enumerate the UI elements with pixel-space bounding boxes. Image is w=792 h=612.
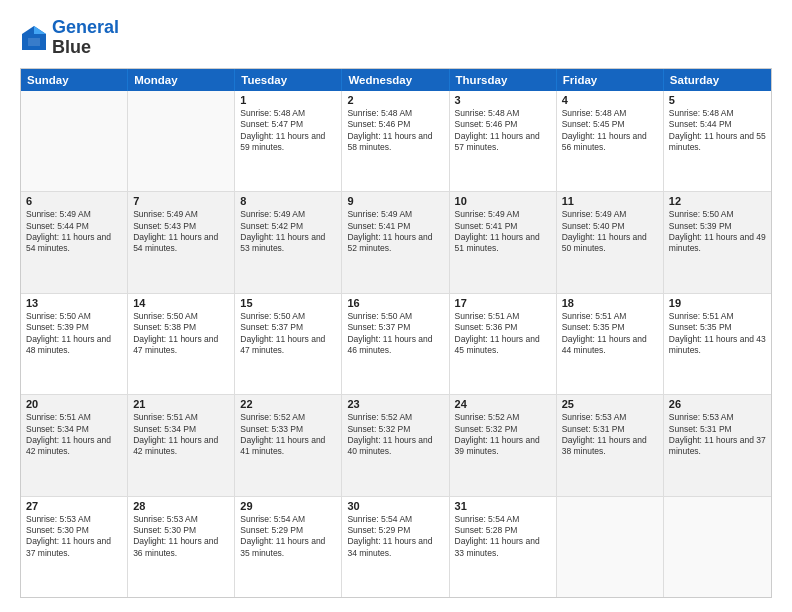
day-info: Sunrise: 5:49 AM Sunset: 5:41 PM Dayligh… [347,209,443,255]
day-info: Sunrise: 5:50 AM Sunset: 5:39 PM Dayligh… [669,209,766,255]
day-info: Sunrise: 5:51 AM Sunset: 5:35 PM Dayligh… [562,311,658,357]
day-number: 3 [455,94,551,106]
svg-marker-1 [34,26,46,34]
day-cell-13: 13Sunrise: 5:50 AM Sunset: 5:39 PM Dayli… [21,294,128,394]
day-number: 28 [133,500,229,512]
header-day-friday: Friday [557,69,664,91]
day-cell-7: 7Sunrise: 5:49 AM Sunset: 5:43 PM Daylig… [128,192,235,292]
calendar-row-4: 27Sunrise: 5:53 AM Sunset: 5:30 PM Dayli… [21,496,771,597]
empty-cell [557,497,664,597]
day-number: 21 [133,398,229,410]
calendar: SundayMondayTuesdayWednesdayThursdayFrid… [20,68,772,598]
day-cell-11: 11Sunrise: 5:49 AM Sunset: 5:40 PM Dayli… [557,192,664,292]
empty-cell [21,91,128,191]
day-number: 11 [562,195,658,207]
day-number: 6 [26,195,122,207]
day-info: Sunrise: 5:53 AM Sunset: 5:30 PM Dayligh… [26,514,122,560]
day-cell-22: 22Sunrise: 5:52 AM Sunset: 5:33 PM Dayli… [235,395,342,495]
day-info: Sunrise: 5:51 AM Sunset: 5:35 PM Dayligh… [669,311,766,357]
day-cell-12: 12Sunrise: 5:50 AM Sunset: 5:39 PM Dayli… [664,192,771,292]
day-info: Sunrise: 5:52 AM Sunset: 5:32 PM Dayligh… [455,412,551,458]
day-cell-31: 31Sunrise: 5:54 AM Sunset: 5:28 PM Dayli… [450,497,557,597]
day-cell-5: 5Sunrise: 5:48 AM Sunset: 5:44 PM Daylig… [664,91,771,191]
header-day-wednesday: Wednesday [342,69,449,91]
day-number: 8 [240,195,336,207]
logo: General Blue [20,18,119,58]
day-number: 26 [669,398,766,410]
empty-cell [664,497,771,597]
day-info: Sunrise: 5:49 AM Sunset: 5:43 PM Dayligh… [133,209,229,255]
day-number: 15 [240,297,336,309]
day-cell-8: 8Sunrise: 5:49 AM Sunset: 5:42 PM Daylig… [235,192,342,292]
day-info: Sunrise: 5:52 AM Sunset: 5:33 PM Dayligh… [240,412,336,458]
day-number: 29 [240,500,336,512]
day-cell-9: 9Sunrise: 5:49 AM Sunset: 5:41 PM Daylig… [342,192,449,292]
day-number: 22 [240,398,336,410]
day-cell-27: 27Sunrise: 5:53 AM Sunset: 5:30 PM Dayli… [21,497,128,597]
svg-rect-2 [28,38,40,46]
day-cell-18: 18Sunrise: 5:51 AM Sunset: 5:35 PM Dayli… [557,294,664,394]
logo-line2: Blue [52,38,119,58]
day-number: 19 [669,297,766,309]
day-info: Sunrise: 5:48 AM Sunset: 5:46 PM Dayligh… [455,108,551,154]
header-day-monday: Monday [128,69,235,91]
day-number: 23 [347,398,443,410]
day-number: 4 [562,94,658,106]
day-info: Sunrise: 5:49 AM Sunset: 5:44 PM Dayligh… [26,209,122,255]
day-info: Sunrise: 5:50 AM Sunset: 5:37 PM Dayligh… [240,311,336,357]
day-cell-21: 21Sunrise: 5:51 AM Sunset: 5:34 PM Dayli… [128,395,235,495]
day-info: Sunrise: 5:52 AM Sunset: 5:32 PM Dayligh… [347,412,443,458]
day-cell-30: 30Sunrise: 5:54 AM Sunset: 5:29 PM Dayli… [342,497,449,597]
day-number: 24 [455,398,551,410]
day-number: 1 [240,94,336,106]
calendar-row-0: 1Sunrise: 5:48 AM Sunset: 5:47 PM Daylig… [21,91,771,191]
header-day-saturday: Saturday [664,69,771,91]
day-cell-1: 1Sunrise: 5:48 AM Sunset: 5:47 PM Daylig… [235,91,342,191]
day-number: 9 [347,195,443,207]
day-info: Sunrise: 5:54 AM Sunset: 5:29 PM Dayligh… [240,514,336,560]
day-number: 14 [133,297,229,309]
header: General Blue [20,18,772,58]
day-cell-2: 2Sunrise: 5:48 AM Sunset: 5:46 PM Daylig… [342,91,449,191]
page: General Blue SundayMondayTuesdayWednesda… [0,0,792,612]
day-info: Sunrise: 5:53 AM Sunset: 5:31 PM Dayligh… [562,412,658,458]
day-number: 2 [347,94,443,106]
empty-cell [128,91,235,191]
day-number: 12 [669,195,766,207]
day-info: Sunrise: 5:50 AM Sunset: 5:38 PM Dayligh… [133,311,229,357]
day-number: 27 [26,500,122,512]
day-info: Sunrise: 5:48 AM Sunset: 5:45 PM Dayligh… [562,108,658,154]
logo-icon [20,24,48,52]
calendar-row-1: 6Sunrise: 5:49 AM Sunset: 5:44 PM Daylig… [21,191,771,292]
day-info: Sunrise: 5:48 AM Sunset: 5:47 PM Dayligh… [240,108,336,154]
day-number: 16 [347,297,443,309]
header-day-thursday: Thursday [450,69,557,91]
day-cell-14: 14Sunrise: 5:50 AM Sunset: 5:38 PM Dayli… [128,294,235,394]
day-number: 7 [133,195,229,207]
calendar-row-3: 20Sunrise: 5:51 AM Sunset: 5:34 PM Dayli… [21,394,771,495]
day-cell-4: 4Sunrise: 5:48 AM Sunset: 5:45 PM Daylig… [557,91,664,191]
day-info: Sunrise: 5:50 AM Sunset: 5:37 PM Dayligh… [347,311,443,357]
day-info: Sunrise: 5:51 AM Sunset: 5:36 PM Dayligh… [455,311,551,357]
header-day-tuesday: Tuesday [235,69,342,91]
calendar-body: 1Sunrise: 5:48 AM Sunset: 5:47 PM Daylig… [21,91,771,597]
day-number: 5 [669,94,766,106]
day-number: 18 [562,297,658,309]
header-day-sunday: Sunday [21,69,128,91]
day-info: Sunrise: 5:54 AM Sunset: 5:28 PM Dayligh… [455,514,551,560]
day-info: Sunrise: 5:48 AM Sunset: 5:44 PM Dayligh… [669,108,766,154]
day-cell-25: 25Sunrise: 5:53 AM Sunset: 5:31 PM Dayli… [557,395,664,495]
day-number: 30 [347,500,443,512]
calendar-row-2: 13Sunrise: 5:50 AM Sunset: 5:39 PM Dayli… [21,293,771,394]
day-cell-19: 19Sunrise: 5:51 AM Sunset: 5:35 PM Dayli… [664,294,771,394]
day-cell-26: 26Sunrise: 5:53 AM Sunset: 5:31 PM Dayli… [664,395,771,495]
day-cell-23: 23Sunrise: 5:52 AM Sunset: 5:32 PM Dayli… [342,395,449,495]
day-info: Sunrise: 5:51 AM Sunset: 5:34 PM Dayligh… [26,412,122,458]
day-cell-29: 29Sunrise: 5:54 AM Sunset: 5:29 PM Dayli… [235,497,342,597]
day-cell-3: 3Sunrise: 5:48 AM Sunset: 5:46 PM Daylig… [450,91,557,191]
day-number: 31 [455,500,551,512]
day-cell-6: 6Sunrise: 5:49 AM Sunset: 5:44 PM Daylig… [21,192,128,292]
day-info: Sunrise: 5:51 AM Sunset: 5:34 PM Dayligh… [133,412,229,458]
day-info: Sunrise: 5:50 AM Sunset: 5:39 PM Dayligh… [26,311,122,357]
day-number: 17 [455,297,551,309]
